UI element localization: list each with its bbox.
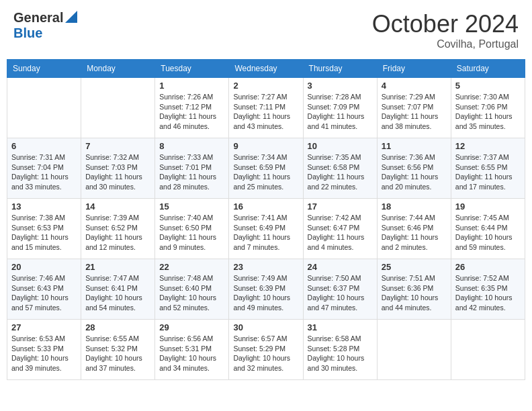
day-number: 9 (233, 141, 298, 151)
day-number: 17 (308, 201, 373, 212)
calendar-cell: 30Sunrise: 6:57 AMSunset: 5:29 PMDayligh… (229, 320, 303, 380)
day-number: 26 (455, 262, 521, 272)
weekday-header-cell: Monday (81, 60, 155, 78)
calendar-cell: 12Sunrise: 7:37 AMSunset: 6:55 PMDayligh… (451, 138, 525, 199)
weekday-header-cell: Saturday (451, 60, 525, 78)
day-info: Sunrise: 7:41 AMSunset: 6:49 PMDaylight:… (233, 213, 298, 253)
day-number: 31 (308, 322, 373, 332)
calendar-week-row: 1Sunrise: 7:26 AMSunset: 7:12 PMDaylight… (7, 78, 525, 138)
day-info: Sunrise: 7:37 AMSunset: 6:55 PMDaylight:… (455, 152, 521, 192)
calendar-cell: 9Sunrise: 7:34 AMSunset: 6:59 PMDaylight… (229, 138, 303, 199)
day-info: Sunrise: 7:32 AMSunset: 7:03 PMDaylight:… (85, 152, 150, 192)
day-info: Sunrise: 7:30 AMSunset: 7:06 PMDaylight:… (455, 92, 521, 132)
calendar-cell: 29Sunrise: 6:56 AMSunset: 5:31 PMDayligh… (155, 320, 229, 380)
calendar-cell: 11Sunrise: 7:36 AMSunset: 6:56 PMDayligh… (377, 138, 451, 199)
calendar-week-row: 13Sunrise: 7:38 AMSunset: 6:53 PMDayligh… (7, 199, 525, 259)
day-info: Sunrise: 7:31 AMSunset: 7:04 PMDaylight:… (11, 152, 77, 192)
weekday-header-cell: Thursday (303, 60, 377, 78)
day-info: Sunrise: 7:44 AMSunset: 6:46 PMDaylight:… (382, 213, 447, 253)
calendar-cell: 24Sunrise: 7:50 AMSunset: 6:37 PMDayligh… (303, 259, 377, 320)
day-info: Sunrise: 6:55 AMSunset: 5:32 PMDaylight:… (85, 334, 150, 373)
calendar-cell: 17Sunrise: 7:42 AMSunset: 6:47 PMDayligh… (303, 199, 377, 259)
day-info: Sunrise: 7:38 AMSunset: 6:53 PMDaylight:… (11, 213, 77, 253)
weekday-header-row: SundayMondayTuesdayWednesdayThursdayFrid… (7, 60, 525, 78)
day-number: 21 (85, 262, 150, 272)
day-number: 16 (233, 201, 298, 212)
weekday-header-cell: Wednesday (229, 60, 303, 78)
location-subtitle: Covilha, Portugal (372, 38, 519, 50)
day-number: 28 (85, 322, 150, 332)
calendar-cell: 5Sunrise: 7:30 AMSunset: 7:06 PMDaylight… (451, 78, 525, 138)
calendar-cell: 26Sunrise: 7:52 AMSunset: 6:35 PMDayligh… (451, 259, 525, 320)
day-number: 13 (11, 201, 77, 212)
calendar-cell: 15Sunrise: 7:40 AMSunset: 6:50 PMDayligh… (155, 199, 229, 259)
weekday-header-cell: Sunday (7, 60, 81, 78)
calendar-cell: 4Sunrise: 7:29 AMSunset: 7:07 PMDaylight… (377, 78, 451, 138)
day-number: 3 (308, 81, 373, 91)
calendar-cell: 2Sunrise: 7:27 AMSunset: 7:11 PMDaylight… (229, 78, 303, 138)
day-info: Sunrise: 7:34 AMSunset: 6:59 PMDaylight:… (233, 152, 298, 192)
day-info: Sunrise: 7:29 AMSunset: 7:07 PMDaylight:… (382, 92, 447, 132)
day-info: Sunrise: 7:40 AMSunset: 6:50 PMDaylight:… (159, 213, 224, 253)
day-number: 25 (382, 262, 447, 272)
calendar-cell: 6Sunrise: 7:31 AMSunset: 7:04 PMDaylight… (7, 138, 81, 199)
logo-blue-text: Blue (13, 26, 42, 41)
calendar-cell: 10Sunrise: 7:35 AMSunset: 6:58 PMDayligh… (303, 138, 377, 199)
day-info: Sunrise: 7:46 AMSunset: 6:43 PMDaylight:… (11, 273, 77, 313)
calendar-body: 1Sunrise: 7:26 AMSunset: 7:12 PMDaylight… (7, 78, 525, 380)
day-number: 20 (11, 262, 77, 272)
day-number: 12 (455, 141, 521, 151)
calendar-cell: 7Sunrise: 7:32 AMSunset: 7:03 PMDaylight… (81, 138, 155, 199)
calendar-cell: 22Sunrise: 7:48 AMSunset: 6:40 PMDayligh… (155, 259, 229, 320)
calendar-cell: 13Sunrise: 7:38 AMSunset: 6:53 PMDayligh… (7, 199, 81, 259)
month-title: October 2024 (372, 10, 519, 38)
day-info: Sunrise: 7:39 AMSunset: 6:52 PMDaylight:… (85, 213, 150, 253)
day-info: Sunrise: 7:48 AMSunset: 6:40 PMDaylight:… (159, 273, 224, 313)
day-number: 11 (382, 141, 447, 151)
calendar-week-row: 20Sunrise: 7:46 AMSunset: 6:43 PMDayligh… (7, 259, 525, 320)
day-info: Sunrise: 6:57 AMSunset: 5:29 PMDaylight:… (233, 334, 298, 373)
day-number: 18 (382, 201, 447, 212)
calendar-cell: 8Sunrise: 7:33 AMSunset: 7:01 PMDaylight… (155, 138, 229, 199)
day-info: Sunrise: 6:53 AMSunset: 5:33 PMDaylight:… (11, 334, 77, 373)
day-number: 22 (159, 262, 224, 272)
calendar-week-row: 6Sunrise: 7:31 AMSunset: 7:04 PMDaylight… (7, 138, 525, 199)
day-info: Sunrise: 6:58 AMSunset: 5:28 PMDaylight:… (308, 334, 373, 373)
calendar-cell: 23Sunrise: 7:49 AMSunset: 6:39 PMDayligh… (229, 259, 303, 320)
day-info: Sunrise: 7:35 AMSunset: 6:58 PMDaylight:… (308, 152, 373, 192)
calendar-cell: 18Sunrise: 7:44 AMSunset: 6:46 PMDayligh… (377, 199, 451, 259)
day-info: Sunrise: 7:36 AMSunset: 6:56 PMDaylight:… (382, 152, 447, 192)
day-number: 24 (308, 262, 373, 272)
day-number: 5 (455, 81, 521, 91)
day-info: Sunrise: 7:51 AMSunset: 6:36 PMDaylight:… (382, 273, 447, 313)
page-header: General Blue October 2024 Covilha, Portu… (7, 7, 525, 54)
day-info: Sunrise: 7:28 AMSunset: 7:09 PMDaylight:… (308, 92, 373, 132)
day-number: 23 (233, 262, 298, 272)
day-number: 30 (233, 322, 298, 332)
day-number: 8 (159, 141, 224, 151)
day-number: 19 (455, 201, 521, 212)
calendar-cell (451, 320, 525, 380)
day-info: Sunrise: 7:27 AMSunset: 7:11 PMDaylight:… (233, 92, 298, 132)
calendar-cell: 16Sunrise: 7:41 AMSunset: 6:49 PMDayligh… (229, 199, 303, 259)
day-info: Sunrise: 7:45 AMSunset: 6:44 PMDaylight:… (455, 213, 521, 253)
calendar-cell: 3Sunrise: 7:28 AMSunset: 7:09 PMDaylight… (303, 78, 377, 138)
logo-general-text: General (13, 10, 63, 26)
weekday-header-cell: Tuesday (155, 60, 229, 78)
day-number: 1 (159, 81, 224, 91)
day-number: 2 (233, 81, 298, 91)
logo-triangle-icon (65, 11, 77, 23)
day-number: 7 (85, 141, 150, 151)
day-number: 10 (308, 141, 373, 151)
calendar-cell: 31Sunrise: 6:58 AMSunset: 5:28 PMDayligh… (303, 320, 377, 380)
calendar-cell (377, 320, 451, 380)
day-info: Sunrise: 7:52 AMSunset: 6:35 PMDaylight:… (455, 273, 521, 313)
calendar-cell (81, 78, 155, 138)
day-number: 27 (11, 322, 77, 332)
calendar-cell: 21Sunrise: 7:47 AMSunset: 6:41 PMDayligh… (81, 259, 155, 320)
calendar-week-row: 27Sunrise: 6:53 AMSunset: 5:33 PMDayligh… (7, 320, 525, 380)
logo: General Blue (13, 10, 77, 41)
calendar-cell: 14Sunrise: 7:39 AMSunset: 6:52 PMDayligh… (81, 199, 155, 259)
calendar-cell: 19Sunrise: 7:45 AMSunset: 6:44 PMDayligh… (451, 199, 525, 259)
calendar-cell: 28Sunrise: 6:55 AMSunset: 5:32 PMDayligh… (81, 320, 155, 380)
